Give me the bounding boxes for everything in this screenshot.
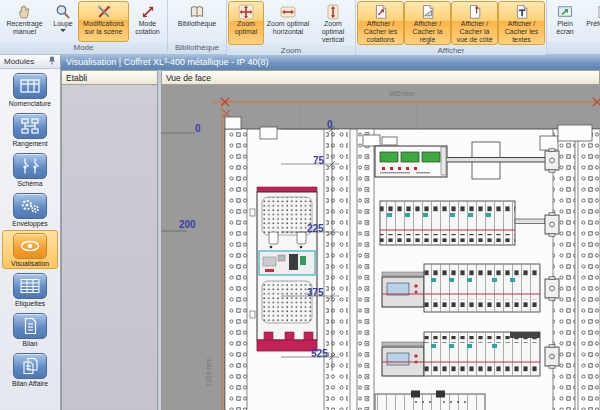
toggle-textes-button[interactable]: Afficher / Cacher les textes — [498, 1, 545, 45]
button-label: Préférences — [586, 20, 600, 28]
documents-icon — [13, 353, 47, 379]
button-label: Zoom optimal vertical — [314, 20, 352, 44]
etabli-workspace[interactable] — [61, 85, 158, 410]
mode-cotation-button[interactable]: Mode cotation — [129, 1, 166, 42]
toggle-vue-de-cote-button[interactable]: Afficher / Cacher la vue de côté — [451, 1, 498, 45]
tools-icon — [96, 3, 112, 20]
row-position-label: 225 — [307, 223, 324, 234]
sidebar-item-bilan-affaire[interactable]: Bilan Affaire — [2, 350, 58, 389]
eye-icon — [13, 233, 47, 259]
sidebar-item-schema[interactable]: Schéma — [2, 150, 58, 189]
zoom-optimal-button[interactable]: Zoom optimal — [228, 1, 264, 45]
ribbon-group-ecran: Plein écran Préférences — [547, 0, 600, 54]
ribbon: Recentrage manuel Loupe Modifications su… — [0, 0, 600, 55]
sidebar-item-bilan[interactable]: Bilan — [2, 310, 58, 349]
modules-title: Modules — [4, 57, 34, 66]
sidebar-item-etiquettes[interactable]: Etiquettes — [2, 270, 58, 309]
button-label: Modifications sur la scène — [80, 20, 127, 36]
ribbon-group-label: Bibliothèque — [168, 42, 226, 54]
view-title-bar: Visualisation | Coffret XL³-400 métalliq… — [61, 55, 600, 70]
nomenclature-table-icon — [13, 73, 47, 99]
sidebar-item-label: Nomenclature — [9, 100, 51, 107]
ribbon-group-mode: Recentrage manuel Loupe Modifications su… — [0, 0, 168, 54]
ribbon-group-label — [547, 42, 600, 54]
etabli-panel: Etabli — [61, 70, 158, 410]
toggle-cotations-button[interactable]: Afficher / Cacher les cotations — [357, 1, 404, 45]
row-position-label: 525 — [311, 348, 328, 359]
arrows-4way-icon — [238, 3, 254, 20]
pin-icon[interactable] — [48, 56, 56, 67]
etabli-panel-header: Etabli — [61, 70, 158, 85]
plein-ecran-button[interactable]: Plein écran — [548, 1, 582, 42]
button-label: Zoom optimal — [230, 20, 262, 36]
height-dimension-label: 1200 mm — [205, 358, 212, 387]
modules-sidebar: Modules Nomenclature Rangement Schéma En… — [0, 55, 61, 410]
vue-de-face-panel: Vue de face — [161, 70, 600, 410]
page-text-icon — [514, 3, 530, 20]
recentrage-manuel-button[interactable]: Recentrage manuel — [1, 1, 48, 42]
modules-header: Modules — [0, 55, 60, 69]
cabinet-drawing — [161, 85, 600, 410]
sidebar-item-nomenclature[interactable]: Nomenclature — [2, 70, 58, 109]
left-ruler-label: 0 — [195, 123, 201, 134]
magnifier-icon — [55, 3, 71, 20]
ribbon-group-zoom: Zoom optimal Zoom optimal horizontal Zoo… — [227, 0, 356, 54]
drawing-canvas[interactable]: 965 mm 1200 mm 0 200 0 75 225 375 525 — [161, 85, 600, 410]
row-position-label: 75 — [313, 155, 324, 166]
sidebar-item-label: Bilan Affaire — [12, 380, 48, 387]
sidebar-item-visualisation[interactable]: Visualisation — [2, 230, 58, 269]
button-label: Afficher / Cacher la règle — [406, 20, 449, 44]
sidebar-item-label: Schéma — [18, 180, 43, 187]
button-label: Afficher / Cacher les cotations — [359, 20, 402, 44]
button-label: Recentrage manuel — [3, 20, 46, 36]
fullscreen-icon — [557, 3, 573, 20]
sidebar-item-label: Etiquettes — [15, 300, 45, 307]
modifications-scene-button[interactable]: Modifications sur la scène — [78, 1, 129, 42]
zoom-optimal-horizontal-button[interactable]: Zoom optimal horizontal — [264, 1, 312, 45]
sidebar-item-label: Rangement — [12, 140, 47, 147]
page-sideview-icon — [467, 3, 483, 20]
ribbon-group-bibliotheque: Bibliothèque Bibliothèque — [168, 0, 227, 54]
page-ruler-icon — [420, 3, 436, 20]
sidebar-item-rangement[interactable]: Rangement — [2, 110, 58, 149]
app-window: Recentrage manuel Loupe Modifications su… — [0, 0, 600, 410]
row-position-label: 0 — [327, 119, 333, 130]
document-icon — [13, 313, 47, 339]
button-label: Afficher / Cacher la vue de côté — [453, 20, 496, 44]
toggle-regle-button[interactable]: Afficher / Cacher la règle — [404, 1, 451, 45]
width-dimension-label: 965 mm — [389, 90, 414, 97]
vue-de-face-panel-header: Vue de face — [161, 70, 600, 85]
button-label: Mode cotation — [131, 20, 164, 36]
page-dimension-icon — [373, 3, 389, 20]
rangement-tree-icon — [13, 113, 47, 139]
sidebar-item-enveloppes[interactable]: Enveloppes — [2, 190, 58, 229]
ribbon-group-afficher: Afficher / Cacher les cotations Afficher… — [356, 0, 547, 54]
zoom-optimal-vertical-button[interactable]: Zoom optimal vertical — [312, 1, 354, 45]
button-label: Zoom optimal horizontal — [266, 20, 310, 36]
button-label: Loupe — [53, 20, 72, 28]
schema-circuit-icon — [13, 153, 47, 179]
dimension-arrow-icon — [140, 3, 156, 20]
gears-icon — [13, 193, 47, 219]
book-icon — [189, 3, 205, 20]
loupe-button[interactable]: Loupe — [48, 1, 78, 42]
left-ruler-label: 200 — [179, 219, 196, 230]
button-label: Afficher / Cacher les textes — [500, 20, 543, 44]
sidebar-item-label: Visualisation — [11, 260, 49, 267]
arrows-horizontal-icon — [280, 3, 296, 20]
bibliotheque-button[interactable]: Bibliothèque — [169, 1, 225, 42]
button-label: Plein écran — [550, 20, 580, 36]
labels-grid-icon — [13, 273, 47, 299]
sidebar-item-label: Enveloppes — [12, 220, 48, 227]
view-title: Visualisation | Coffret XL³-400 métalliq… — [66, 57, 268, 67]
sidebar-item-label: Bilan — [22, 340, 37, 347]
ribbon-group-label: Mode — [0, 42, 167, 54]
dropdown-caret-icon — [60, 29, 66, 32]
preferences-button[interactable]: Préférences — [582, 1, 600, 42]
row-position-label: 375 — [307, 287, 324, 298]
hand-icon — [17, 3, 33, 20]
button-label: Bibliothèque — [178, 20, 217, 28]
arrows-vertical-icon — [325, 3, 341, 20]
